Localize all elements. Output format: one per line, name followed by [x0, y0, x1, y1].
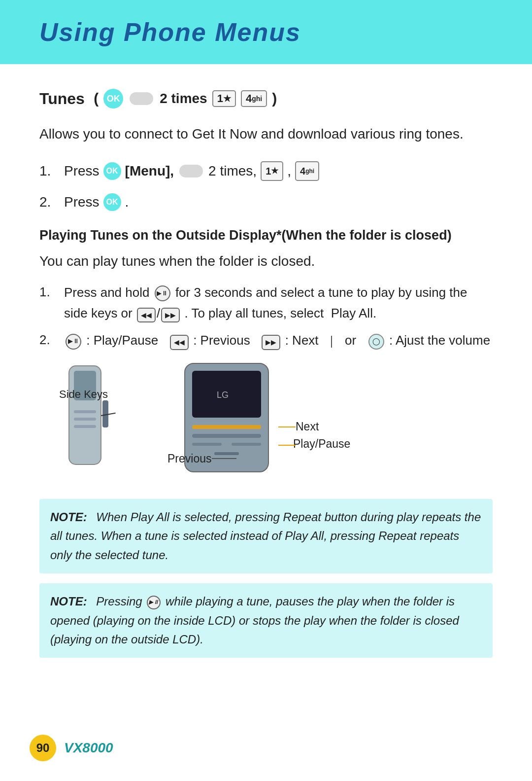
step-1-menu: [Menu], — [125, 160, 174, 182]
forward-icon: ▶▶ — [161, 308, 180, 322]
page-number: 90 — [36, 741, 50, 755]
prev-icon: ◀◀ — [170, 335, 189, 350]
previous-label: Previous — [167, 452, 211, 465]
side-keys-label: Side Keys — [59, 388, 108, 401]
play-pause-icon-1: ▶⏸ — [155, 285, 170, 301]
note-label-2: NOTE: — [50, 595, 87, 608]
key-1-step1: 1★ — [261, 161, 283, 181]
tunes-times: 2 times — [160, 91, 207, 106]
play-pause-label: Play/Pause — [293, 437, 350, 451]
steps-list: 1. Press OK [Menu], 2 times, 1★ , 4ghi 2… — [39, 160, 493, 213]
step-1-comma: , — [287, 160, 291, 182]
step-1-press: Press — [64, 160, 100, 182]
sub-step-1-num: 1. — [39, 283, 64, 302]
step-1-content: Press OK [Menu], 2 times, 1★ , 4ghi — [64, 160, 319, 182]
ok-badge-tunes: OK — [103, 89, 123, 108]
note-box-1: NOTE: When Play All is selected, pressin… — [39, 499, 493, 573]
volume-separator — [331, 336, 332, 348]
note-text-2: Pressing ▶⏸ while playing a tune, pauses… — [50, 595, 459, 646]
step-1: 1. Press OK [Menu], 2 times, 1★ , 4ghi — [39, 160, 493, 182]
next-colon: : Next — [285, 333, 326, 348]
sub-steps-list: 1. Press and hold ▶⏸ for 3 seconds and s… — [39, 283, 493, 351]
next-icon: ▶▶ — [262, 335, 280, 350]
svg-rect-12 — [232, 443, 261, 446]
next-label: Next — [296, 420, 319, 433]
rewind-icon: ◀◀ — [137, 308, 156, 322]
svg-text:LG: LG — [217, 390, 229, 400]
step-1-num: 1. — [39, 160, 64, 182]
volume-icon: ◯ — [368, 334, 384, 350]
note-box-2: NOTE: Pressing ▶⏸ while playing a tune, … — [39, 583, 493, 658]
sub-step-1: 1. Press and hold ▶⏸ for 3 seconds and s… — [39, 283, 493, 323]
step-2-dot: . — [125, 191, 129, 213]
or-text: or — [337, 333, 363, 348]
sub-step-2-content: ▶⏸ : Play/Pause ◀◀ : Previous ▶▶ : Next … — [64, 330, 493, 351]
key-4-tunes: 4ghi — [241, 90, 267, 107]
svg-rect-11 — [192, 443, 222, 446]
step-2-content: Press OK . — [64, 191, 129, 213]
play-pause-colon: : Play/Pause — [86, 333, 165, 348]
key-1-tunes: 1★ — [212, 90, 236, 107]
step-2-num: 2. — [39, 191, 64, 213]
svg-rect-5 — [74, 425, 96, 428]
play-pause-icon-2: ▶⏸ — [66, 334, 81, 350]
play-pause-icon-note: ▶⏸ — [147, 596, 161, 609]
top-banner: Using Phone Menus — [0, 0, 532, 64]
prev-colon: : Previous — [193, 333, 257, 348]
ok-badge-step1: OK — [103, 162, 121, 180]
model-name: VX8000 — [64, 740, 113, 756]
sub-step-1-content: Press and hold ▶⏸ for 3 seconds and sele… — [64, 283, 493, 323]
nav-pill-step1 — [179, 165, 203, 178]
next-line — [278, 426, 296, 427]
nav-pill-tunes — [130, 92, 153, 105]
tunes-close-paren: ) — [272, 90, 277, 107]
tunes-header-row: Tunes ( OK 2 times 1★ 4ghi ) — [39, 89, 493, 108]
svg-rect-9 — [192, 425, 261, 429]
tunes-open-paren: ( — [90, 90, 99, 107]
note-label-1: NOTE: — [50, 510, 87, 524]
ok-badge-step2: OK — [103, 193, 121, 211]
phone-diagram: Side Keys LG Previous Next Play/Pause — [59, 361, 345, 489]
bold-heading: Playing Tunes on the Outside Display*(Wh… — [39, 228, 493, 243]
sub-desc: You can play tunes when the folder is cl… — [39, 250, 493, 273]
play-pause-line — [278, 445, 296, 446]
step-2-press: Press — [64, 191, 100, 213]
sub-step-2: 2. ▶⏸ : Play/Pause ◀◀ : Previous ▶▶ : Ne… — [39, 330, 493, 351]
footer: 90 VX8000 — [30, 735, 113, 761]
note-text-1: When Play All is selected, pressing Repe… — [50, 510, 481, 562]
main-content: Tunes ( OK 2 times 1★ 4ghi ) Allows you … — [0, 64, 532, 697]
sub-step-2-num: 2. — [39, 330, 64, 350]
page-number-badge: 90 — [30, 735, 56, 761]
svg-rect-10 — [192, 434, 261, 438]
description-text: Allows you to connect to Get It Now and … — [39, 123, 493, 145]
volume-colon: : Ajust the volume — [389, 333, 490, 348]
previous-line — [212, 458, 236, 459]
step-2: 2. Press OK . — [39, 191, 493, 213]
svg-rect-13 — [214, 452, 239, 455]
tunes-label: Tunes — [39, 90, 85, 108]
svg-rect-4 — [74, 418, 96, 421]
svg-rect-3 — [74, 410, 96, 413]
key-4-step1: 4ghi — [295, 161, 319, 181]
page-title: Using Phone Menus — [39, 17, 301, 47]
phone-side-image — [59, 361, 113, 474]
step-1-times: 2 times, — [208, 160, 257, 182]
